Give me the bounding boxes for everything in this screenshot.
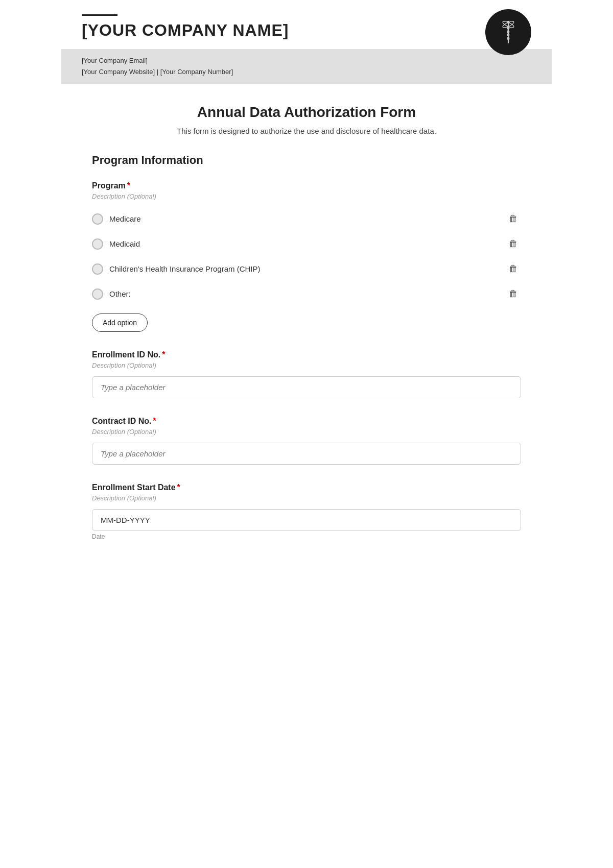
enrollment-id-required-star: *	[162, 350, 165, 359]
add-option-button[interactable]: Add option	[92, 314, 148, 332]
contract-id-description: Description (Optional)	[92, 428, 521, 436]
delete-medicaid-icon[interactable]: 🗑	[506, 236, 521, 251]
contract-id-input[interactable]	[92, 443, 521, 465]
main-content: Annual Data Authorization Form This form…	[61, 84, 552, 589]
enrollment-start-label: Enrollment Start Date*	[92, 483, 521, 492]
radio-option-medicaid: Medicaid 🗑	[92, 231, 521, 256]
enrollment-start-description: Description (Optional)	[92, 494, 521, 502]
radio-option-other: Other: 🗑	[92, 281, 521, 306]
contract-id-field: Contract ID No.* Description (Optional)	[92, 417, 521, 465]
enrollment-start-hint: Date	[92, 533, 521, 540]
radio-option-medicare: Medicare 🗑	[92, 206, 521, 231]
radio-button-medicare[interactable]	[92, 213, 103, 225]
radio-button-chip[interactable]	[92, 263, 103, 275]
header-info-bar: [Your Company Email] [Your Company Websi…	[61, 49, 552, 84]
header-accent-line	[82, 14, 117, 16]
program-label: Program*	[92, 181, 521, 190]
enrollment-id-description: Description (Optional)	[92, 361, 521, 369]
page-header: [YOUR COMPANY NAME]	[61, 0, 552, 40]
radio-label-medicare: Medicare	[109, 214, 141, 223]
company-logo	[485, 9, 531, 55]
enrollment-id-field: Enrollment ID No.* Description (Optional…	[92, 350, 521, 398]
enrollment-id-label: Enrollment ID No.*	[92, 350, 521, 359]
radio-label-chip: Children's Health Insurance Program (CHI…	[109, 264, 260, 273]
form-title: Annual Data Authorization Form	[92, 104, 521, 120]
form-subtitle: This form is designed to authorize the u…	[92, 127, 521, 135]
enrollment-start-field: Enrollment Start Date* Description (Opti…	[92, 483, 521, 540]
program-required-star: *	[127, 181, 130, 190]
svg-point-3	[507, 21, 509, 23]
program-field: Program* Description (Optional) Medicare…	[92, 181, 521, 332]
delete-chip-icon[interactable]: 🗑	[506, 261, 521, 276]
contract-id-label: Contract ID No.*	[92, 417, 521, 426]
delete-medicare-icon[interactable]: 🗑	[506, 211, 521, 226]
contract-id-required-star: *	[153, 417, 156, 425]
enrollment-id-input[interactable]	[92, 376, 521, 398]
delete-other-icon[interactable]: 🗑	[506, 286, 521, 301]
company-name: [YOUR COMPANY NAME]	[82, 21, 531, 40]
section-title: Program Information	[92, 154, 521, 167]
program-description: Description (Optional)	[92, 192, 521, 200]
radio-button-other[interactable]	[92, 288, 103, 300]
radio-button-medicaid[interactable]	[92, 238, 103, 250]
enrollment-start-required-star: *	[177, 483, 180, 492]
radio-option-chip: Children's Health Insurance Program (CHI…	[92, 256, 521, 281]
caduceus-icon	[494, 18, 522, 46]
radio-label-other: Other:	[109, 290, 131, 298]
company-email: [Your Company Email]	[82, 55, 531, 66]
radio-label-medicaid: Medicaid	[109, 239, 140, 248]
enrollment-start-input[interactable]	[92, 509, 521, 531]
company-website-number: [Your Company Website] | [Your Company N…	[82, 66, 531, 78]
